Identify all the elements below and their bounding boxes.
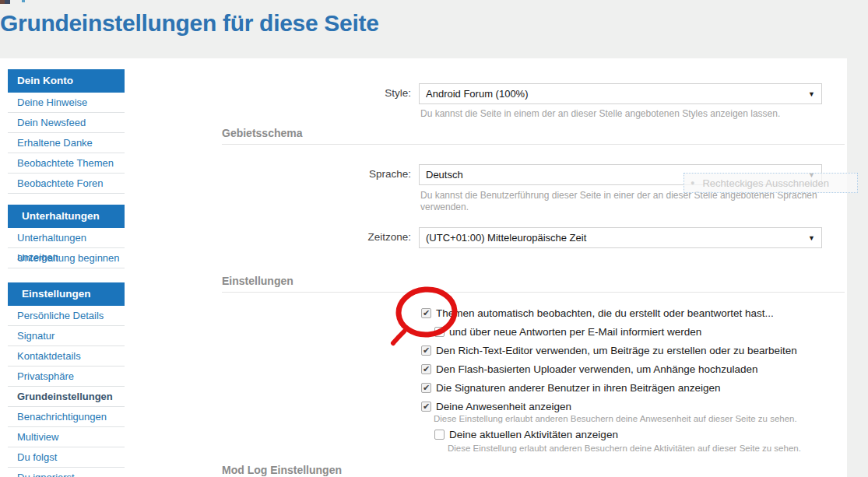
- style-select-value: Android Forum (100%): [426, 88, 808, 100]
- sidebar-item-du-folgst[interactable]: Du folgst: [8, 447, 125, 468]
- snip-tool-label: Rechteckiges Ausschneiden: [702, 177, 829, 189]
- sidebar-item-deine-hinweise[interactable]: Deine Hinweise: [8, 93, 125, 113]
- language-help: Du kannst die Benutzerführung dieser Sei…: [420, 190, 856, 212]
- show-activity-label[interactable]: Deine aktuellen Aktivitäten anzeigen: [449, 429, 618, 440]
- checkbox-row-auto-watch: Themen automatisch beobachten, die du er…: [421, 307, 774, 319]
- show-signatures-checkbox[interactable]: [421, 383, 431, 393]
- sidebar-section-settings: Einstellungen: [8, 282, 125, 306]
- sidebar-item-signatur[interactable]: Signatur: [8, 326, 125, 346]
- sidebar-item-kontaktdetails[interactable]: Kontaktdetails: [8, 346, 125, 367]
- browser-fragment: [22, 0, 25, 2]
- email-notify-checkbox[interactable]: [434, 327, 445, 337]
- sidebar-item-unterhaltung-beginnen[interactable]: Unterhaltung beginnen: [8, 248, 125, 268]
- section-einstellungen: Einstellungen: [222, 275, 845, 293]
- auto-watch-label[interactable]: Themen automatisch beobachten, die du er…: [436, 307, 774, 319]
- sidebar-item-beobachtete-themen[interactable]: Beobachtete Themen: [8, 153, 125, 174]
- style-select[interactable]: Android Forum (100%) ▼: [419, 83, 822, 104]
- language-label: Sprache:: [255, 168, 411, 180]
- checkbox-row-rich-text-editor: Den Rich-Text-Editor verwenden, um Beitr…: [421, 345, 797, 356]
- section-gebietsschema: Gebietsschema: [222, 127, 845, 145]
- flash-uploader-label[interactable]: Den Flash-basierten Uploader verwenden, …: [436, 363, 758, 375]
- auto-watch-checkbox[interactable]: [421, 308, 431, 318]
- show-signatures-label[interactable]: Die Signaturen anderer Benutzer in ihren…: [436, 382, 721, 394]
- sidebar-item-dein-newsfeed[interactable]: Dein Newsfeed: [8, 113, 125, 133]
- sidebar-item-multiview[interactable]: Multiview: [8, 427, 125, 447]
- sidebar-item-unterhaltungen-anzeigen[interactable]: Unterhaltungen anzeigen: [8, 228, 125, 248]
- sidebar-item-persoenliche-details[interactable]: Persönliche Details: [8, 306, 125, 326]
- chevron-down-icon: ▼: [808, 90, 815, 98]
- email-notify-label[interactable]: und über neue Antworten per E-Mail infor…: [449, 326, 701, 338]
- settings-page: Grundeinstellungen für diese Seite Dein …: [0, 0, 868, 477]
- flash-uploader-checkbox[interactable]: [421, 364, 431, 374]
- browser-fragment: [5, 0, 10, 4]
- checkbox-row-show-presence: Deine Anwesenheit anzeigen: [421, 401, 571, 412]
- sidebar-item-erhaltene-danke[interactable]: Erhaltene Danke: [8, 133, 125, 153]
- snip-tool-ghost-overlay: ● Rechteckiges Ausschneiden: [684, 173, 858, 193]
- checkbox-row-show-activity: Deine aktuellen Aktivitäten anzeigen: [434, 429, 618, 440]
- sidebar-item-grundeinstellungen[interactable]: Grundeinstellungen: [8, 387, 125, 407]
- show-presence-label[interactable]: Deine Anwesenheit anzeigen: [436, 401, 571, 412]
- timezone-select-value: (UTC+01:00) Mitteleuropäische Zeit: [426, 232, 808, 244]
- section-mod-log: Mod Log Einstellungen: [222, 464, 845, 477]
- style-help: Du kannst die Seite in einem der an dies…: [420, 108, 856, 120]
- sidebar-section-your-account: Dein Konto: [8, 69, 125, 93]
- checkbox-row-email-notify: und über neue Antworten per E-Mail infor…: [434, 326, 701, 338]
- sidebar-item-benachrichtigungen[interactable]: Benachrichtigungen: [8, 407, 125, 427]
- rich-text-editor-label[interactable]: Den Rich-Text-Editor verwenden, um Beitr…: [436, 345, 797, 356]
- show-activity-help: Diese Einstellung erlaubt anderen Besuch…: [448, 444, 801, 453]
- snip-mode-dot-icon: ●: [691, 179, 694, 187]
- show-presence-checkbox[interactable]: [421, 402, 431, 412]
- sidebar-item-du-ignorierst[interactable]: Du ignorierst: [8, 468, 125, 477]
- rich-text-editor-checkbox[interactable]: [421, 345, 431, 356]
- chevron-down-icon: ▼: [808, 234, 815, 242]
- show-presence-help: Diese Einstellung erlaubt anderen Besuch…: [434, 414, 797, 423]
- sidebar-item-beobachtete-foren[interactable]: Beobachtete Foren: [8, 174, 125, 194]
- show-activity-checkbox[interactable]: [434, 430, 445, 440]
- sidebar-section-conversations: Unterhaltungen: [8, 205, 125, 228]
- style-label: Style:: [255, 87, 411, 99]
- checkbox-row-flash-uploader: Den Flash-basierten Uploader verwenden, …: [421, 363, 758, 375]
- sidebar-item-privatsphaere[interactable]: Privatsphäre: [8, 367, 125, 387]
- page-title: Grundeinstellungen für diese Seite: [0, 10, 545, 37]
- sidebar: Dein Konto Deine Hinweise Dein Newsfeed …: [8, 69, 125, 477]
- timezone-label: Zeitzone:: [255, 231, 411, 243]
- timezone-select[interactable]: (UTC+01:00) Mitteleuropäische Zeit ▼: [419, 227, 822, 248]
- checkbox-row-show-signatures: Die Signaturen anderer Benutzer in ihren…: [421, 382, 721, 394]
